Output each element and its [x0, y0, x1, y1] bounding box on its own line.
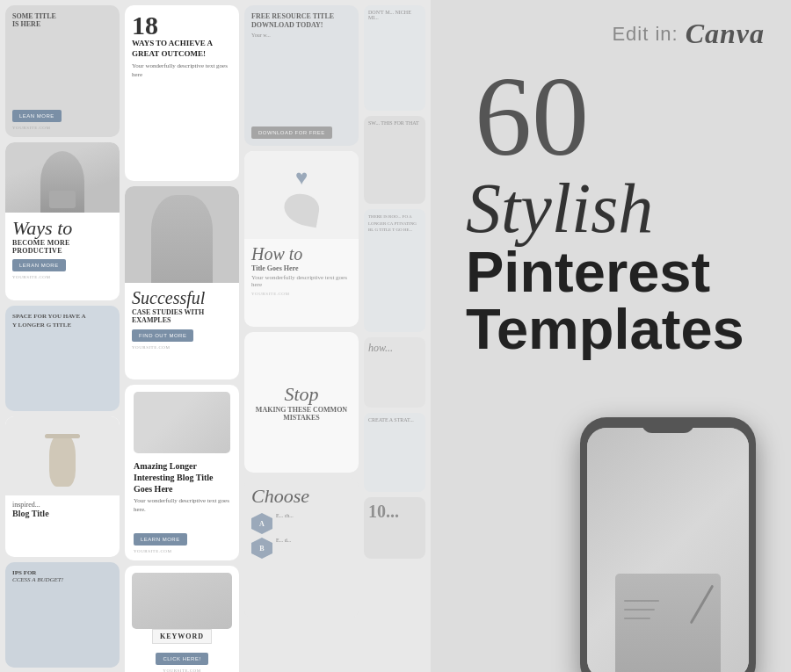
pin-card-space: SPACE FOR YOU HAVE A Y LONGER G TITLE	[5, 306, 120, 411]
column-1: SOME TITLE IS HERE LEAN MORE YOURSITE.CO…	[5, 5, 120, 667]
pin-card-there-is-room: THERE IS ROO... FO A LONGER CA PTIVATING…	[364, 209, 425, 332]
pin-card-create: CREATE A STRAT...	[364, 413, 425, 492]
card-keyword-badge: KEYWORD	[152, 629, 212, 644]
pin-card-ways-to: Ways to BECOME MORE PRODUCTIVE LERAN MOR…	[5, 142, 120, 300]
pin-card-blog-title: inspired... Blog Title	[5, 416, 120, 557]
card-case-studies-title: CASE STUDIES WITH EXAMPLES	[132, 308, 232, 324]
pin-card-swap: SW... THIS FOR THAT	[364, 116, 425, 204]
option-a-text: E... ch...	[276, 513, 294, 534]
card-is-here-label: IS HERE	[12, 20, 112, 28]
stop-script: Stop	[284, 383, 318, 406]
phone-notch	[642, 417, 694, 433]
templates-area: SOME TITLE IS HERE LEAN MORE YOURSITE.CO…	[0, 0, 431, 672]
pin-card-10-partial: 10...	[364, 497, 425, 559]
pin-card-free-resource: FREE RESOURCE TITLE DOWNLOAD TODAY! Your…	[244, 5, 359, 146]
card-productive-title: BECOME MORE PRODUCTIVE	[12, 239, 112, 255]
pinterest-label: Pinterest	[466, 243, 710, 300]
pin-card-stop: Stop MAKING THESE COMMON MISTAKES	[244, 332, 359, 473]
card-blog-title-label: Blog Title	[12, 509, 112, 518]
choose-script: Choose	[251, 485, 352, 508]
card-dont-text: DON'T M... NICHE MI...	[368, 10, 421, 20]
card-url-amazing: YOURSITE.COM	[134, 549, 230, 553]
pin-card-amazing: Amazing Longer Interesting Blog Title Go…	[125, 385, 239, 560]
pin-card-how-partial: how...	[364, 337, 425, 408]
pin-card-keyword: KEYWORD CLICK HERE! YOURSITE.COM	[125, 566, 239, 672]
card-swap-text: SW... THIS FOR THAT	[368, 120, 421, 126]
main-container: SOME TITLE IS HERE LEAN MORE YOURSITE.CO…	[0, 0, 791, 672]
card-10-text: 10...	[368, 502, 421, 522]
edit-in-canva-container: Edit in: Canva	[612, 18, 765, 50]
card-18-subtitle: Your wonderfully descriptive text goes h…	[132, 62, 232, 80]
pin-card-some-title: SOME TITLE IS HERE LEAN MORE YOURSITE.CO…	[5, 5, 120, 137]
column-3: FREE RESOURCE TITLE DOWNLOAD TODAY! Your…	[244, 5, 359, 667]
card-how-script: how...	[368, 342, 421, 355]
right-panel: Edit in: Canva 60 Stylish Pinterest Temp…	[431, 0, 791, 672]
edit-in-label: Edit in:	[612, 23, 678, 46]
card-download-btn[interactable]: DOWNLOAD FOR FREE	[251, 126, 332, 139]
phone-mockup	[580, 417, 791, 672]
pin-card-tips: IPS FOR CCESS A BUDGET!	[5, 562, 120, 668]
pin-card-dont: DON'T M... NICHE MI...	[364, 5, 425, 111]
card-leran-more-btn[interactable]: LERAN MORE	[12, 259, 66, 271]
card-tips-subtitle: CCESS A BUDGET!	[12, 576, 112, 583]
stylish-label: Stylish	[466, 173, 653, 243]
card-some-title-label: SOME TITLE	[12, 12, 112, 20]
card-find-out-btn[interactable]: FIND OUT MORE	[132, 329, 193, 342]
pin-card-successful: Successful CASE STUDIES WITH EXAMPLES FI…	[125, 186, 239, 379]
card-howto-title: Title Goes Here	[251, 264, 352, 272]
card-url-2: YOURSITE.COM	[12, 275, 112, 279]
ways-to-script: Ways to	[12, 218, 112, 239]
card-amazing-title: Amazing Longer Interesting Blog Title Go…	[134, 460, 230, 495]
card-url-howto: YOURSITE.COM	[251, 292, 352, 296]
card-tips-title: IPS FOR	[12, 569, 112, 576]
card-free-resource-title: FREE RESOURCE TITLE DOWNLOAD TODAY!	[251, 12, 352, 31]
hexagon-a: A	[251, 513, 272, 534]
card-there-text: THERE IS ROO... FO A LONGER CA PTIVATING…	[368, 213, 421, 234]
phone-screen	[587, 428, 749, 672]
option-b-text: E... d...	[276, 538, 291, 559]
pin-card-howto: ♥ How to Title Goes Here Your wonderfull…	[244, 151, 359, 327]
card-stop-title: MAKING THESE COMMON MISTAKES	[251, 406, 352, 422]
column-4-partial: DON'T M... NICHE MI... SW... THIS FOR TH…	[364, 5, 425, 667]
pin-card-choose: Choose A E... ch... B E... d...	[244, 478, 359, 618]
number-60: 60	[475, 59, 589, 173]
card-space-title: SPACE FOR YOU HAVE A Y LONGER G TITLE	[12, 313, 112, 330]
card-howto-subtitle: Your wonderfully descriptive text goes h…	[251, 274, 352, 288]
pin-card-18: 18 WAYS TO ACHIEVE A GREAT OUTCOME! Your…	[125, 5, 239, 181]
card-amazing-subtitle: Your wonderfully descriptive text goes h…	[134, 497, 230, 515]
card-18-title: WAYS TO ACHIEVE A GREAT OUTCOME!	[132, 39, 232, 59]
card-lean-more-btn[interactable]: LEAN MORE	[12, 110, 62, 122]
card-url-successful: YOURSITE.COM	[132, 345, 232, 350]
phone-body	[580, 417, 756, 672]
card-url-1: YOURSITE.COM	[12, 126, 112, 130]
howto-script: How to	[251, 244, 352, 264]
card-learn-more-btn[interactable]: LEARN MORE	[134, 533, 187, 546]
column-2: 18 WAYS TO ACHIEVE A GREAT OUTCOME! Your…	[125, 5, 239, 667]
canva-logo: Canva	[686, 18, 765, 50]
templates-label: Templates	[466, 300, 744, 358]
hexagon-b: B	[251, 538, 272, 559]
successful-script: Successful	[132, 288, 232, 308]
card-inspired-label: inspired...	[12, 501, 112, 509]
card-click-here-btn[interactable]: CLICK HERE!	[156, 653, 207, 665]
card-create-text: CREATE A STRAT...	[368, 417, 421, 423]
card-url-keyword: YOURSITE.COM	[163, 668, 200, 672]
card-18-number: 18	[132, 12, 232, 39]
phone-screen-content	[587, 428, 749, 672]
